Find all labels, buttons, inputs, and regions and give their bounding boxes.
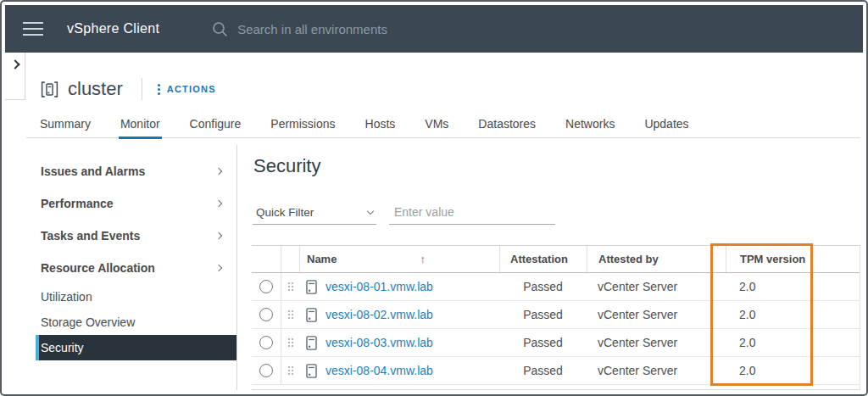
row-drag-handle[interactable] [281, 329, 299, 356]
tab-vms[interactable]: VMs [415, 111, 458, 138]
column-header-tpm-version[interactable]: TPM version [726, 246, 860, 272]
sidebar-item-storage-overview[interactable]: Storage Overview [36, 310, 236, 335]
tpm-version-cell: 2.0 [726, 357, 860, 384]
sort-ascending-icon[interactable]: ↑ [420, 253, 426, 265]
actions-button[interactable]: ACTIONS [158, 82, 216, 96]
column-header-attested-by[interactable]: Attested by [587, 246, 726, 272]
tab-summary[interactable]: Summary [31, 111, 100, 138]
sidebar-item-resource-allocation[interactable]: Resource Allocation [36, 252, 236, 284]
sidebar-item-issues-and-alarms[interactable]: Issues and Alarms [36, 155, 236, 187]
host-link[interactable]: vesxi-08-02.vmw.lab [326, 308, 433, 321]
chevron-right-icon [215, 232, 222, 239]
top-bar: vSphere Client [5, 5, 863, 53]
row-radio-button[interactable] [259, 364, 273, 377]
monitor-sidebar: Issues and Alarms Performance Tasks and … [25, 145, 237, 390]
table-row: vesxi-08-02.vmw.lab Passed vCenter Serve… [252, 301, 860, 329]
vsphere-client-window: vSphere Client cluster ACTIONS Summ [0, 0, 868, 396]
expand-nav-pane-button[interactable] [5, 53, 25, 100]
object-tab-bar: Summary Monitor Configure Permissions Ho… [26, 111, 860, 138]
table-header-row: Name ↑ Attestation Attested by TPM versi… [252, 246, 860, 273]
divider [142, 78, 142, 100]
attested-by-cell: vCenter Server [587, 329, 726, 356]
sidebar-item-security[interactable]: Security [36, 335, 236, 360]
security-panel: Security Quick Filter Name ↑ Attestation [252, 145, 865, 390]
row-drag-handle[interactable] [281, 273, 299, 300]
chevron-down-icon [367, 207, 374, 214]
attested-by-cell: vCenter Server [587, 273, 726, 300]
quick-filter-select[interactable]: Quick Filter [253, 201, 376, 225]
table-row: vesxi-08-04.vmw.lab Passed vCenter Serve… [252, 357, 860, 385]
row-drag-handle[interactable] [281, 301, 299, 328]
host-link[interactable]: vesxi-08-01.vmw.lab [326, 280, 433, 293]
attestation-cell: Passed [499, 329, 587, 356]
chevron-right-icon [10, 59, 19, 69]
host-link[interactable]: vesxi-08-03.vmw.lab [326, 336, 433, 349]
hosts-attestation-table: Name ↑ Attestation Attested by TPM versi… [252, 245, 860, 390]
grip-icon [287, 310, 294, 320]
column-header-name[interactable]: Name ↑ [299, 246, 499, 272]
table-row: vesxi-08-03.vmw.lab Passed vCenter Serve… [252, 329, 860, 357]
filter-row: Quick Filter [253, 201, 555, 225]
tpm-version-cell: 2.0 [726, 301, 860, 328]
host-icon [306, 336, 317, 350]
page-object-title: cluster [68, 78, 123, 100]
attested-by-cell: vCenter Server [587, 357, 726, 384]
cluster-icon [40, 80, 59, 99]
tab-networks[interactable]: Networks [556, 111, 624, 138]
tpm-version-cell: 2.0 [726, 329, 860, 356]
tab-permissions[interactable]: Permissions [261, 111, 344, 138]
header-grip-column [281, 246, 299, 272]
tab-configure[interactable]: Configure [181, 111, 251, 138]
grip-icon [287, 282, 294, 292]
row-drag-handle[interactable] [281, 357, 299, 384]
host-link[interactable]: vesxi-08-04.vmw.lab [326, 364, 433, 377]
tab-updates[interactable]: Updates [635, 111, 698, 138]
filter-value-input[interactable] [389, 201, 555, 225]
global-search[interactable] [212, 21, 449, 37]
tpm-version-cell: 2.0 [726, 273, 860, 300]
chevron-right-icon [215, 168, 222, 175]
attestation-cell: Passed [499, 273, 587, 300]
object-header: cluster ACTIONS [40, 75, 216, 103]
search-icon [212, 21, 228, 37]
host-icon [306, 280, 317, 294]
panel-title: Security [253, 155, 320, 177]
sidebar-item-tasks-and-events[interactable]: Tasks and Events [36, 220, 236, 252]
header-select-column [252, 246, 281, 272]
row-radio-button[interactable] [259, 308, 273, 321]
search-input[interactable] [237, 22, 449, 36]
column-header-attestation[interactable]: Attestation [499, 246, 587, 272]
table-bottom-edge [252, 385, 860, 390]
attested-by-cell: vCenter Server [587, 301, 726, 328]
sidebar-item-performance[interactable]: Performance [36, 187, 236, 220]
host-icon [306, 364, 317, 378]
host-icon [306, 308, 317, 322]
app-title: vSphere Client [67, 21, 159, 36]
tab-datastores[interactable]: Datastores [469, 111, 545, 138]
grip-icon [287, 365, 294, 376]
grip-icon [287, 337, 294, 348]
sidebar-item-utilization[interactable]: Utilization [36, 284, 236, 310]
row-radio-button[interactable] [259, 336, 273, 349]
vertical-ellipsis-icon [158, 82, 160, 96]
attestation-cell: Passed [499, 301, 587, 328]
row-radio-button[interactable] [259, 280, 273, 293]
tab-hosts[interactable]: Hosts [356, 111, 405, 138]
attestation-cell: Passed [499, 357, 587, 384]
tab-monitor[interactable]: Monitor [111, 111, 170, 138]
hamburger-menu-icon[interactable] [23, 18, 43, 40]
table-row: vesxi-08-01.vmw.lab Passed vCenter Serve… [252, 273, 860, 301]
chevron-right-icon [215, 200, 222, 207]
chevron-right-icon [215, 265, 222, 271]
